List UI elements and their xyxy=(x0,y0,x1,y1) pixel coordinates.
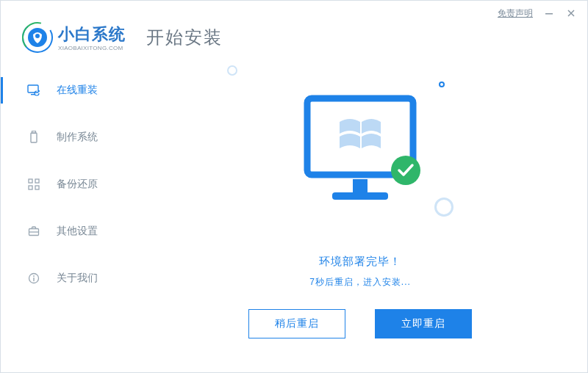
sidebar-item-backup[interactable]: 备份还原 xyxy=(1,161,133,208)
svg-rect-0 xyxy=(545,13,553,15)
minimize-button[interactable] xyxy=(543,7,555,19)
sidebar-item-label: 备份还原 xyxy=(57,178,98,191)
svg-point-4 xyxy=(35,34,40,38)
status-countdown: 7秒后重启，进入安装... xyxy=(309,276,411,289)
logo: 小白系统 XIAOBAIXITONG.COM xyxy=(21,21,126,54)
monitor-sync-icon xyxy=(27,84,40,96)
decoration-circle xyxy=(439,82,445,87)
sidebar-item-label: 制作系统 xyxy=(57,131,98,144)
close-button[interactable] xyxy=(565,7,577,19)
svg-rect-20 xyxy=(332,192,388,200)
grid-icon xyxy=(27,178,40,190)
illustration-stage xyxy=(133,59,587,250)
titlebar: 免责声明 xyxy=(498,1,587,26)
usb-icon xyxy=(27,131,40,144)
briefcase-icon xyxy=(27,225,40,237)
svg-rect-7 xyxy=(31,133,37,142)
svg-rect-11 xyxy=(29,186,32,189)
disclaimer-link[interactable]: 免责声明 xyxy=(498,7,533,20)
svg-point-16 xyxy=(33,275,35,277)
minimize-icon xyxy=(545,9,553,18)
svg-rect-12 xyxy=(35,186,39,189)
logo-mark-icon xyxy=(21,21,54,54)
restart-now-button[interactable]: 立即重启 xyxy=(375,309,472,338)
status-headline: 环境部署完毕！ xyxy=(319,255,401,269)
brand-subtitle: XIAOBAIXITONG.COM xyxy=(58,45,126,51)
page-title: 开始安装 xyxy=(146,26,223,49)
svg-rect-8 xyxy=(32,131,36,134)
decoration-circle xyxy=(434,198,453,217)
decoration-circle xyxy=(227,65,237,76)
svg-rect-19 xyxy=(353,179,368,192)
svg-rect-9 xyxy=(29,179,32,183)
close-icon xyxy=(567,9,576,18)
svg-rect-10 xyxy=(35,179,39,183)
sidebar-item-label: 在线重装 xyxy=(57,84,98,97)
sidebar-item-label: 其他设置 xyxy=(57,225,98,238)
sidebar-item-make-system[interactable]: 制作系统 xyxy=(1,114,133,161)
sidebar-item-label: 关于我们 xyxy=(57,272,98,285)
info-icon xyxy=(27,272,40,284)
sidebar-item-settings[interactable]: 其他设置 xyxy=(1,208,133,255)
svg-point-21 xyxy=(391,156,420,185)
sidebar-item-reinstall[interactable]: 在线重装 xyxy=(1,67,133,114)
main-content: 环境部署完毕！ 7秒后重启，进入安装... 稍后重启 立即重启 xyxy=(133,59,587,372)
restart-later-button[interactable]: 稍后重启 xyxy=(248,309,345,338)
action-buttons: 稍后重启 立即重启 xyxy=(248,309,472,338)
brand-name: 小白系统 xyxy=(58,23,126,46)
svg-rect-17 xyxy=(33,278,34,281)
sidebar: 在线重装 制作系统 备份还原 其他设置 xyxy=(1,59,133,372)
monitor-illustration xyxy=(294,93,426,220)
sidebar-item-about[interactable]: 关于我们 xyxy=(1,255,133,302)
app-window: 免责声明 小白系统 XIAOBAIXITONG.COM xyxy=(0,0,588,373)
